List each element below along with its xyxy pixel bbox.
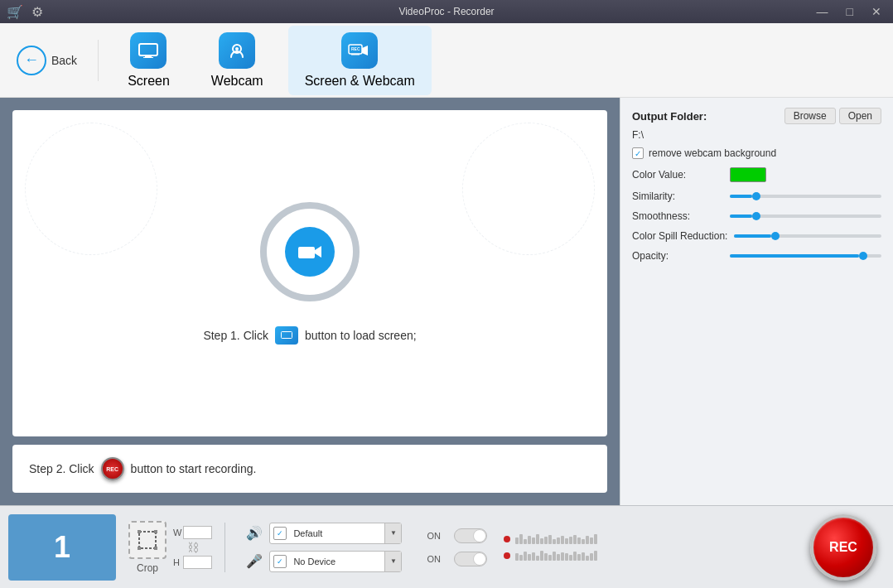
meter-row-2 — [504, 551, 597, 561]
color-swatch[interactable] — [730, 167, 766, 182]
bar2-14 — [569, 555, 572, 561]
webcam-switch-area: ON ON — [422, 528, 491, 566]
bar-20 — [594, 534, 597, 544]
bar-8 — [544, 537, 548, 544]
bar2-12 — [561, 552, 564, 561]
browse-button[interactable]: Browse — [784, 108, 836, 124]
screen-icon — [130, 32, 167, 69]
bar-16 — [577, 537, 581, 544]
nav-screen-webcam[interactable]: REC Screen & Webcam — [288, 26, 432, 95]
minimize-button[interactable]: — — [812, 3, 833, 20]
nav-webcam[interactable]: Webcam — [195, 26, 280, 95]
svg-text:REC: REC — [351, 46, 360, 51]
mic-switch[interactable] — [454, 552, 487, 566]
opacity-slider[interactable] — [730, 254, 881, 258]
audio-controls: 🔊 ✓ Default ▼ 🎤 ✓ No Device ▼ — [238, 523, 410, 572]
speaker-select[interactable]: ✓ Default ▼ — [269, 523, 402, 544]
rec-button[interactable]: REC — [810, 514, 876, 581]
w-label: W — [173, 528, 181, 537]
opacity-label: Opacity: — [632, 250, 723, 262]
speaker-value: Default — [290, 528, 384, 538]
smoothness-label: Smoothness: — [632, 210, 723, 222]
svg-rect-1 — [145, 55, 152, 57]
remove-bg-row: ✓ remove webcam background — [632, 147, 881, 159]
smoothness-thumb[interactable] — [752, 212, 760, 220]
speaker-dropdown-arrow[interactable]: ▼ — [384, 523, 401, 543]
window-controls: — □ ✕ — [812, 0, 886, 23]
bar2-9 — [548, 555, 552, 561]
webcam-knob — [473, 529, 486, 542]
screen-webcam-icon: REC — [341, 32, 378, 69]
meter-dot-2 — [504, 552, 510, 559]
bar2-6 — [536, 556, 539, 561]
step2-rec-icon: REC — [101, 457, 124, 480]
open-button[interactable]: Open — [839, 108, 881, 124]
bar-6 — [536, 534, 539, 544]
opacity-thumb[interactable] — [859, 252, 867, 260]
mic-dropdown-arrow[interactable]: ▼ — [384, 552, 401, 571]
gear-icon[interactable]: ⚙ — [31, 4, 43, 20]
bar2-17 — [582, 552, 585, 561]
crop-h-input[interactable] — [183, 556, 212, 569]
audio-meter-area — [504, 534, 597, 561]
output-folder-label: Output Folder: — [632, 110, 707, 123]
rec-label: REC — [829, 540, 857, 555]
similarity-slider[interactable] — [730, 195, 881, 198]
mic-select[interactable]: ✓ No Device ▼ — [269, 551, 402, 572]
smoothness-slider[interactable] — [730, 214, 881, 218]
color-spill-slider[interactable] — [734, 234, 881, 238]
webcam-icon — [219, 32, 255, 69]
bar-4 — [528, 536, 531, 544]
color-spill-thumb[interactable] — [771, 232, 780, 240]
maximize-button[interactable]: □ — [842, 3, 858, 20]
bar-2 — [519, 534, 523, 544]
color-spill-fill — [734, 234, 770, 238]
nav-screen[interactable]: Screen — [111, 26, 186, 95]
bar2-20 — [594, 551, 597, 561]
webcam-switch[interactable] — [454, 528, 487, 543]
color-value-row: Color Value: — [632, 167, 881, 182]
webcam-label: Webcam — [211, 74, 263, 89]
bar2-19 — [590, 553, 593, 561]
crop-tool[interactable]: Crop — [128, 521, 167, 574]
crop-icon-box — [128, 521, 167, 559]
bar2-2 — [519, 555, 523, 561]
back-button[interactable]: ← Back — [8, 41, 85, 80]
bar-14 — [569, 537, 572, 544]
preview-box: Step 1. Click button to load screen; — [12, 110, 607, 436]
bar2-13 — [565, 553, 568, 561]
bar-19 — [590, 537, 593, 544]
folder-buttons: Browse Open — [784, 108, 881, 124]
nav-bar: ← Back Screen Webcam — [0, 23, 893, 98]
bar2-4 — [528, 554, 531, 561]
similarity-thumb[interactable] — [752, 192, 760, 200]
bar2-5 — [532, 552, 535, 561]
bottom-bar: 1 Crop W ⛓ H — [0, 505, 893, 588]
svg-rect-13 — [138, 530, 141, 533]
bar-9 — [548, 535, 552, 544]
mic-value: No Device — [290, 557, 384, 566]
similarity-label: Similarity: — [632, 190, 723, 202]
remove-bg-checkbox[interactable]: ✓ — [632, 147, 644, 159]
bar-10 — [553, 539, 556, 544]
svg-rect-15 — [138, 547, 141, 550]
preview-area: Step 1. Click button to load screen; Ste… — [0, 98, 620, 505]
speaker-checkbox[interactable]: ✓ — [273, 527, 287, 540]
bar2-15 — [573, 552, 577, 561]
crop-tool-area: Crop W ⛓ H — [128, 521, 212, 574]
crop-w-input[interactable] — [183, 526, 212, 539]
step2-prefix: Step 2. Click — [29, 462, 94, 475]
svg-rect-12 — [139, 532, 156, 548]
mic-checkbox[interactable]: ✓ — [273, 555, 287, 568]
meter-dot-1 — [504, 536, 510, 542]
cart-icon[interactable]: 🛒 — [7, 4, 23, 20]
bar2-3 — [524, 552, 527, 561]
bottom-divider-1 — [224, 523, 225, 572]
webcam-on-label: ON — [427, 531, 447, 541]
close-button[interactable]: ✕ — [866, 3, 886, 20]
similarity-fill — [730, 195, 752, 198]
webcam-switch-row: ON — [427, 528, 487, 543]
smoothness-row: Smoothness: — [632, 210, 881, 222]
bar2-16 — [577, 554, 581, 561]
bar-1 — [515, 537, 519, 544]
